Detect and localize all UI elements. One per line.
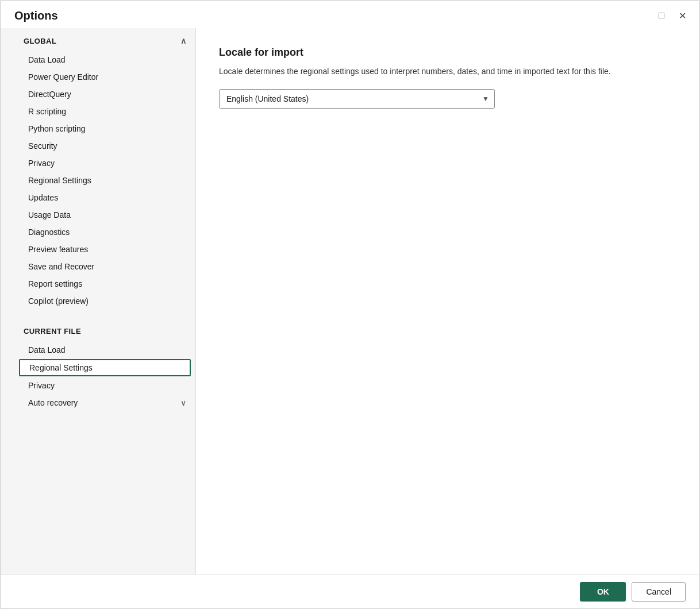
current-file-section-header[interactable]: CURRENT FILE (1, 319, 195, 341)
scroll-down-chevron-icon: ∨ (180, 398, 186, 407)
ok-button[interactable]: OK (580, 582, 626, 602)
dialog-footer: OK Cancel (1, 575, 699, 608)
locale-select-wrapper: English (United States) English (United … (219, 89, 495, 109)
current-file-label: CURRENT FILE (24, 327, 81, 336)
sidebar: GLOBAL ∧ Data Load Power Query Editor Di… (1, 28, 196, 575)
dialog-body: GLOBAL ∧ Data Load Power Query Editor Di… (1, 28, 699, 575)
global-nav-item-report-settings[interactable]: Report settings (1, 275, 195, 292)
cancel-button[interactable]: Cancel (632, 582, 686, 602)
global-nav-item-security[interactable]: Security (1, 137, 195, 155)
global-nav-item-power-query-editor[interactable]: Power Query Editor (1, 68, 195, 86)
sidebar-scroll[interactable]: GLOBAL ∧ Data Load Power Query Editor Di… (1, 28, 195, 575)
global-chevron-icon: ∧ (180, 36, 186, 45)
global-nav-item-usage-data[interactable]: Usage Data (1, 206, 195, 223)
current-file-nav-item-regional-settings[interactable]: Regional Settings (19, 359, 191, 376)
title-bar: Options □ ✕ (1, 1, 699, 28)
options-dialog: Options □ ✕ GLOBAL ∧ Data Load Power Que… (0, 0, 700, 609)
global-nav-item-updates[interactable]: Updates (1, 189, 195, 206)
global-label: GLOBAL (24, 37, 56, 45)
global-nav-item-directquery[interactable]: DirectQuery (1, 86, 195, 103)
current-file-nav-item-privacy[interactable]: Privacy (1, 377, 195, 394)
content-title: Locale for import (219, 47, 676, 59)
content-description: Locale determines the regional settings … (219, 65, 633, 78)
maximize-button[interactable]: □ (653, 7, 670, 24)
global-section-header[interactable]: GLOBAL ∧ (1, 28, 195, 51)
global-nav-item-preview-features[interactable]: Preview features (1, 241, 195, 258)
dialog-title: Options (14, 9, 653, 22)
current-file-nav-item-data-load[interactable]: Data Load (1, 341, 195, 359)
global-nav-item-diagnostics[interactable]: Diagnostics (1, 223, 195, 241)
locale-select[interactable]: English (United States) English (United … (219, 89, 495, 109)
global-nav-item-regional-settings[interactable]: Regional Settings (1, 172, 195, 189)
global-nav-item-python-scripting[interactable]: Python scripting (1, 120, 195, 137)
close-button[interactable]: ✕ (674, 7, 690, 24)
global-nav-item-save-and-recover[interactable]: Save and Recover (1, 258, 195, 275)
global-nav-item-r-scripting[interactable]: R scripting (1, 103, 195, 120)
title-controls: □ ✕ (653, 7, 690, 24)
global-nav-item-copilot-preview[interactable]: Copilot (preview) (1, 292, 195, 310)
global-nav-item-privacy[interactable]: Privacy (1, 155, 195, 172)
main-content: Locale for import Locale determines the … (196, 28, 699, 575)
global-nav-item-data-load[interactable]: Data Load (1, 51, 195, 68)
current-file-nav-item-auto-recovery[interactable]: Auto recovery ∨ (1, 394, 195, 411)
